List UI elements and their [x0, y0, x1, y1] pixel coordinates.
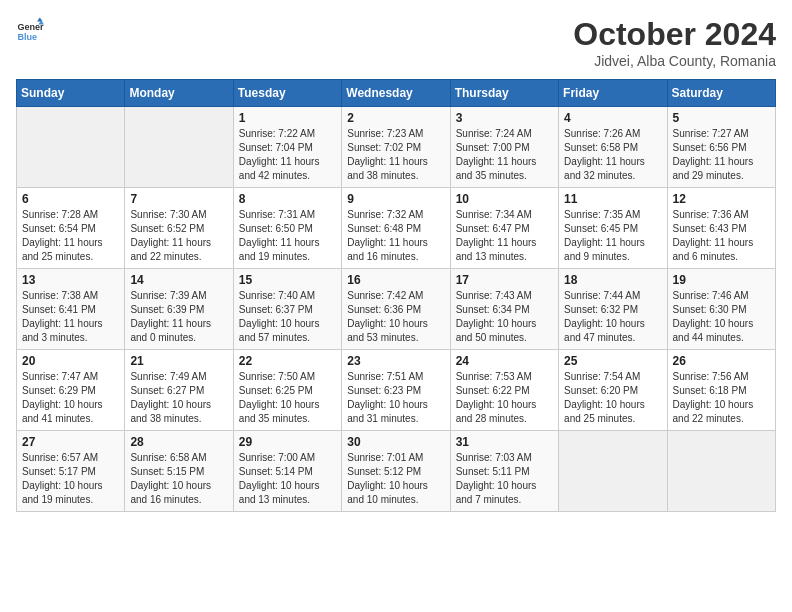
calendar-cell: 4Sunrise: 7:26 AMSunset: 6:58 PMDaylight… [559, 107, 667, 188]
calendar-week-row: 20Sunrise: 7:47 AMSunset: 6:29 PMDayligh… [17, 350, 776, 431]
day-info: Sunrise: 7:39 AMSunset: 6:39 PMDaylight:… [130, 289, 227, 345]
day-info: Sunrise: 6:57 AMSunset: 5:17 PMDaylight:… [22, 451, 119, 507]
calendar-cell: 11Sunrise: 7:35 AMSunset: 6:45 PMDayligh… [559, 188, 667, 269]
calendar-week-row: 13Sunrise: 7:38 AMSunset: 6:41 PMDayligh… [17, 269, 776, 350]
day-info: Sunrise: 7:43 AMSunset: 6:34 PMDaylight:… [456, 289, 553, 345]
day-info: Sunrise: 7:36 AMSunset: 6:43 PMDaylight:… [673, 208, 770, 264]
page-header: General Blue October 2024 Jidvei, Alba C… [16, 16, 776, 69]
calendar-cell: 7Sunrise: 7:30 AMSunset: 6:52 PMDaylight… [125, 188, 233, 269]
day-info: Sunrise: 7:56 AMSunset: 6:18 PMDaylight:… [673, 370, 770, 426]
day-info: Sunrise: 6:58 AMSunset: 5:15 PMDaylight:… [130, 451, 227, 507]
day-info: Sunrise: 7:50 AMSunset: 6:25 PMDaylight:… [239, 370, 336, 426]
weekday-header-wednesday: Wednesday [342, 80, 450, 107]
day-info: Sunrise: 7:00 AMSunset: 5:14 PMDaylight:… [239, 451, 336, 507]
day-info: Sunrise: 7:40 AMSunset: 6:37 PMDaylight:… [239, 289, 336, 345]
day-info: Sunrise: 7:42 AMSunset: 6:36 PMDaylight:… [347, 289, 444, 345]
day-number: 15 [239, 273, 336, 287]
weekday-header-sunday: Sunday [17, 80, 125, 107]
calendar-cell: 20Sunrise: 7:47 AMSunset: 6:29 PMDayligh… [17, 350, 125, 431]
weekday-header-monday: Monday [125, 80, 233, 107]
day-number: 13 [22, 273, 119, 287]
calendar-cell: 17Sunrise: 7:43 AMSunset: 6:34 PMDayligh… [450, 269, 558, 350]
day-info: Sunrise: 7:34 AMSunset: 6:47 PMDaylight:… [456, 208, 553, 264]
day-number: 2 [347, 111, 444, 125]
calendar-cell [667, 431, 775, 512]
day-info: Sunrise: 7:30 AMSunset: 6:52 PMDaylight:… [130, 208, 227, 264]
calendar-cell: 23Sunrise: 7:51 AMSunset: 6:23 PMDayligh… [342, 350, 450, 431]
day-info: Sunrise: 7:38 AMSunset: 6:41 PMDaylight:… [22, 289, 119, 345]
day-number: 5 [673, 111, 770, 125]
day-number: 11 [564, 192, 661, 206]
day-number: 6 [22, 192, 119, 206]
day-number: 16 [347, 273, 444, 287]
calendar-cell: 18Sunrise: 7:44 AMSunset: 6:32 PMDayligh… [559, 269, 667, 350]
calendar-cell: 21Sunrise: 7:49 AMSunset: 6:27 PMDayligh… [125, 350, 233, 431]
day-info: Sunrise: 7:27 AMSunset: 6:56 PMDaylight:… [673, 127, 770, 183]
day-info: Sunrise: 7:03 AMSunset: 5:11 PMDaylight:… [456, 451, 553, 507]
calendar-cell: 9Sunrise: 7:32 AMSunset: 6:48 PMDaylight… [342, 188, 450, 269]
day-info: Sunrise: 7:46 AMSunset: 6:30 PMDaylight:… [673, 289, 770, 345]
day-number: 31 [456, 435, 553, 449]
weekday-header-tuesday: Tuesday [233, 80, 341, 107]
day-number: 17 [456, 273, 553, 287]
day-number: 4 [564, 111, 661, 125]
day-number: 26 [673, 354, 770, 368]
calendar-week-row: 27Sunrise: 6:57 AMSunset: 5:17 PMDayligh… [17, 431, 776, 512]
day-info: Sunrise: 7:32 AMSunset: 6:48 PMDaylight:… [347, 208, 444, 264]
weekday-header-row: SundayMondayTuesdayWednesdayThursdayFrid… [17, 80, 776, 107]
day-number: 27 [22, 435, 119, 449]
calendar-cell: 12Sunrise: 7:36 AMSunset: 6:43 PMDayligh… [667, 188, 775, 269]
calendar-cell: 15Sunrise: 7:40 AMSunset: 6:37 PMDayligh… [233, 269, 341, 350]
day-info: Sunrise: 7:54 AMSunset: 6:20 PMDaylight:… [564, 370, 661, 426]
calendar-cell: 14Sunrise: 7:39 AMSunset: 6:39 PMDayligh… [125, 269, 233, 350]
weekday-header-saturday: Saturday [667, 80, 775, 107]
day-info: Sunrise: 7:23 AMSunset: 7:02 PMDaylight:… [347, 127, 444, 183]
day-info: Sunrise: 7:35 AMSunset: 6:45 PMDaylight:… [564, 208, 661, 264]
logo-icon: General Blue [16, 16, 44, 44]
calendar-cell: 10Sunrise: 7:34 AMSunset: 6:47 PMDayligh… [450, 188, 558, 269]
day-info: Sunrise: 7:31 AMSunset: 6:50 PMDaylight:… [239, 208, 336, 264]
svg-text:Blue: Blue [17, 32, 37, 42]
calendar-cell: 25Sunrise: 7:54 AMSunset: 6:20 PMDayligh… [559, 350, 667, 431]
weekday-header-friday: Friday [559, 80, 667, 107]
calendar-cell: 24Sunrise: 7:53 AMSunset: 6:22 PMDayligh… [450, 350, 558, 431]
day-info: Sunrise: 7:22 AMSunset: 7:04 PMDaylight:… [239, 127, 336, 183]
day-info: Sunrise: 7:28 AMSunset: 6:54 PMDaylight:… [22, 208, 119, 264]
location-subtitle: Jidvei, Alba County, Romania [573, 53, 776, 69]
month-title: October 2024 [573, 16, 776, 53]
calendar-cell: 13Sunrise: 7:38 AMSunset: 6:41 PMDayligh… [17, 269, 125, 350]
weekday-header-thursday: Thursday [450, 80, 558, 107]
calendar-cell: 22Sunrise: 7:50 AMSunset: 6:25 PMDayligh… [233, 350, 341, 431]
day-info: Sunrise: 7:44 AMSunset: 6:32 PMDaylight:… [564, 289, 661, 345]
calendar-week-row: 6Sunrise: 7:28 AMSunset: 6:54 PMDaylight… [17, 188, 776, 269]
calendar-cell: 3Sunrise: 7:24 AMSunset: 7:00 PMDaylight… [450, 107, 558, 188]
calendar-cell: 31Sunrise: 7:03 AMSunset: 5:11 PMDayligh… [450, 431, 558, 512]
calendar-cell: 8Sunrise: 7:31 AMSunset: 6:50 PMDaylight… [233, 188, 341, 269]
day-info: Sunrise: 7:53 AMSunset: 6:22 PMDaylight:… [456, 370, 553, 426]
day-number: 28 [130, 435, 227, 449]
day-number: 10 [456, 192, 553, 206]
day-number: 30 [347, 435, 444, 449]
logo: General Blue [16, 16, 44, 44]
day-number: 8 [239, 192, 336, 206]
day-info: Sunrise: 7:24 AMSunset: 7:00 PMDaylight:… [456, 127, 553, 183]
day-number: 19 [673, 273, 770, 287]
day-number: 3 [456, 111, 553, 125]
calendar-cell: 6Sunrise: 7:28 AMSunset: 6:54 PMDaylight… [17, 188, 125, 269]
day-number: 9 [347, 192, 444, 206]
day-info: Sunrise: 7:51 AMSunset: 6:23 PMDaylight:… [347, 370, 444, 426]
day-number: 29 [239, 435, 336, 449]
calendar-week-row: 1Sunrise: 7:22 AMSunset: 7:04 PMDaylight… [17, 107, 776, 188]
day-info: Sunrise: 7:01 AMSunset: 5:12 PMDaylight:… [347, 451, 444, 507]
calendar-cell: 30Sunrise: 7:01 AMSunset: 5:12 PMDayligh… [342, 431, 450, 512]
day-number: 24 [456, 354, 553, 368]
calendar-cell: 19Sunrise: 7:46 AMSunset: 6:30 PMDayligh… [667, 269, 775, 350]
calendar-cell [17, 107, 125, 188]
day-number: 22 [239, 354, 336, 368]
calendar-cell: 5Sunrise: 7:27 AMSunset: 6:56 PMDaylight… [667, 107, 775, 188]
day-info: Sunrise: 7:47 AMSunset: 6:29 PMDaylight:… [22, 370, 119, 426]
day-number: 14 [130, 273, 227, 287]
calendar-cell: 28Sunrise: 6:58 AMSunset: 5:15 PMDayligh… [125, 431, 233, 512]
day-number: 21 [130, 354, 227, 368]
day-info: Sunrise: 7:26 AMSunset: 6:58 PMDaylight:… [564, 127, 661, 183]
